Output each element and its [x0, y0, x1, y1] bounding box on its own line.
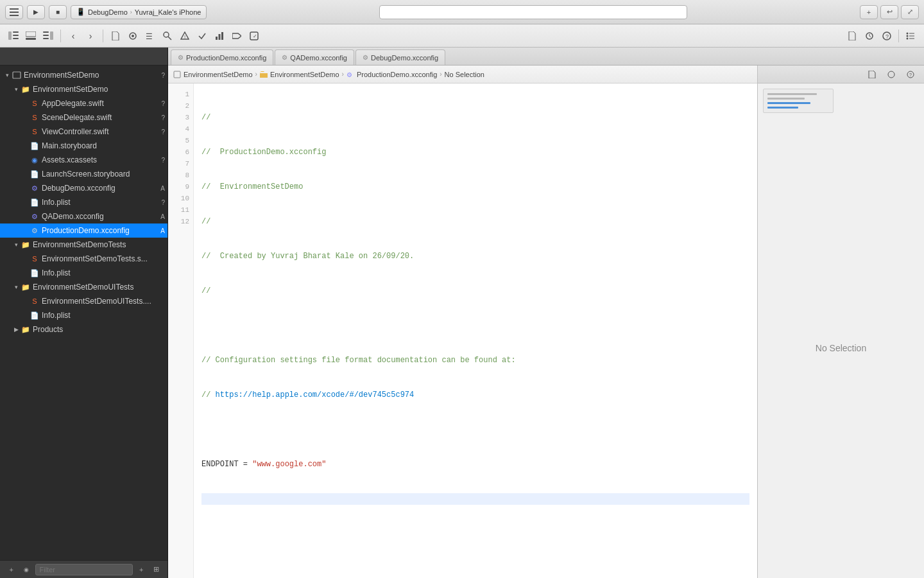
tree-item-debugdemo[interactable]: ▸ ⚙ DebugDemo.xcconfig A — [0, 181, 167, 195]
line-num-2: 2 — [168, 100, 193, 112]
breadcrumb-file[interactable]: ProductionDemo.xcconfig — [357, 71, 437, 78]
tree-item-viewcontroller[interactable]: ▸ S ViewController.swift ? — [0, 125, 167, 139]
breadcrumb-selection[interactable]: No Selection — [445, 71, 484, 78]
source-control-button[interactable] — [124, 28, 141, 44]
badge: ? — [161, 157, 165, 164]
filter-mode-button[interactable]: ◉ — [20, 564, 32, 575]
tree-item-qademo[interactable]: ▸ ⚙ QADemo.xcconfig A — [0, 209, 167, 223]
add-filter-button[interactable]: + — [135, 564, 148, 575]
filter-options-button[interactable]: ⊞ — [150, 564, 162, 575]
tree-item-infoplist-3[interactable]: ▸ 📄 Info.plist — [0, 308, 167, 322]
tree-item-products[interactable]: ▶ 📁 Products — [0, 322, 167, 337]
code-editor[interactable]: 1 2 3 4 5 6 7 8 9 10 11 12 // — [168, 83, 757, 578]
tab-label: ProductionDemo.xcconfig — [186, 54, 266, 62]
find-navigator-button[interactable] — [159, 28, 176, 44]
symbol-navigator-button[interactable]: ☰ — [142, 28, 158, 44]
tree-item-tests-swift[interactable]: ▸ S EnvironmentSetDemoTests.s... — [0, 252, 167, 266]
nav-arrows-group: ‹ › — [65, 28, 99, 44]
add-file-button[interactable]: + — [5, 564, 17, 575]
tree-item-infoplist-2[interactable]: ▸ 📄 Info.plist — [0, 266, 167, 280]
inspector-file-button[interactable] — [864, 66, 880, 83]
plist-file-icon: 📄 — [30, 197, 40, 207]
nav-forward-button[interactable]: › — [82, 28, 99, 44]
tree-item-scenedelegate[interactable]: ▸ S SceneDelegate.swift ? — [0, 110, 167, 125]
code-line-4: // — [201, 216, 749, 227]
toolbar-sep-3 — [898, 30, 899, 42]
toggle-icon: ▾ — [12, 240, 21, 249]
project-label: EnvironmentSetDemo — [24, 71, 99, 80]
scheme-name: DebugDemo — [88, 8, 128, 16]
tree-item-productiondemo[interactable]: ▸ ⚙ ProductionDemo.xcconfig A — [0, 223, 167, 238]
line-num-7: 7 — [168, 158, 193, 170]
search-input[interactable] — [379, 5, 687, 19]
filter-input[interactable] — [35, 564, 133, 575]
breakpoint-navigator-button[interactable] — [228, 28, 245, 44]
inspector-help-button[interactable]: ? — [902, 66, 919, 83]
history-inspector-button[interactable] — [861, 28, 878, 44]
tree-item-project[interactable]: ▾ EnvironmentSetDemo ? — [0, 68, 167, 82]
stop-button[interactable]: ■ — [49, 5, 67, 19]
tab-debugdemo[interactable]: ⚙ DebugDemo.xcconfig — [355, 49, 445, 65]
tabs-bar: ⚙ ProductionDemo.xcconfig ⚙ QADemo.xccon… — [168, 48, 924, 66]
breadcrumb-sep-3: › — [440, 71, 441, 78]
svg-point-16 — [164, 32, 169, 37]
title-bar: ▶ ■ 📱 DebugDemo › Yuvraj_Kale's iPhone +… — [0, 0, 924, 24]
file-navigator-button[interactable] — [107, 28, 124, 44]
debug-navigator-button[interactable] — [211, 28, 228, 44]
sidebar: ▾ EnvironmentSetDemo ? ▾ 📁 EnvironmentSe… — [0, 48, 168, 578]
svg-point-36 — [888, 71, 894, 78]
toolbar-sep-2 — [103, 30, 103, 42]
navigator-items-group: ☰ ! ✓ — [107, 28, 262, 44]
badge: ? — [161, 199, 165, 206]
run-button[interactable]: ▶ — [27, 5, 45, 19]
tree-item-tests-group[interactable]: ▾ 📁 EnvironmentSetDemoTests — [0, 238, 167, 252]
nav-back-button[interactable]: ‹ — [65, 28, 81, 44]
svg-point-29 — [907, 35, 909, 37]
add-button[interactable]: + — [860, 5, 878, 19]
help-inspector-button[interactable]: ? — [878, 28, 895, 44]
inspector-toolbar: ? — [758, 66, 924, 83]
sidebar-toolbar — [0, 48, 167, 66]
breadcrumb-project[interactable]: EnvironmentSetDemo — [184, 71, 253, 78]
code-line-7 — [201, 320, 749, 331]
tree-item-group[interactable]: ▾ 📁 EnvironmentSetDemo — [0, 82, 167, 96]
line-num-5: 5 — [168, 135, 193, 146]
code-line-5: // Created by Yuvraj Bharat Kale on 26/0… — [201, 250, 749, 262]
swift-file-icon: S — [30, 98, 40, 109]
sidebar-toggle-button[interactable] — [5, 5, 23, 19]
file-label: Info.plist — [42, 198, 71, 207]
inspector-toggle-button[interactable] — [40, 28, 56, 44]
tree-item-assets[interactable]: ▸ ◉ Assets.xcassets ? — [0, 153, 167, 167]
inspector-preview — [758, 83, 924, 118]
navigator-toggle-button[interactable] — [5, 28, 22, 44]
plist-file-icon: 📄 — [30, 310, 40, 320]
fullscreen-button[interactable]: ⤢ — [901, 5, 919, 19]
breadcrumb-folder[interactable]: EnvironmentSetDemo — [270, 71, 339, 78]
svg-rect-9 — [50, 31, 53, 40]
return-button[interactable]: ↩ — [880, 5, 898, 19]
folder-icon: 📁 — [21, 324, 31, 335]
svg-rect-8 — [26, 38, 36, 40]
tree-item-appdelegate[interactable]: ▸ S AppDelegate.swift ? — [0, 96, 167, 110]
scheme-selector[interactable]: 📱 DebugDemo › Yuvraj_Kale's iPhone — [71, 5, 207, 19]
issue-navigator-button[interactable]: ! — [176, 28, 193, 44]
file-inspector-button[interactable] — [844, 28, 860, 44]
debug-panel-toggle-button[interactable] — [22, 28, 39, 44]
breadcrumb-sep-2: › — [342, 71, 344, 78]
svg-text:☰: ☰ — [146, 32, 153, 40]
inspector-history-button[interactable] — [883, 66, 900, 83]
test-navigator-button[interactable] — [194, 28, 210, 44]
tree-item-mainstoryboard[interactable]: ▸ 📄 Main.storyboard — [0, 139, 167, 153]
code-url[interactable]: https://help.apple.com/xcode/#/dev745c5c… — [216, 389, 415, 401]
tab-productiondemo[interactable]: ⚙ ProductionDemo.xcconfig — [171, 49, 273, 65]
attributes-inspector-button[interactable] — [902, 28, 919, 44]
tree-item-uitests-swift[interactable]: ▸ S EnvironmentSetDemoUITests.... — [0, 294, 167, 308]
svg-point-31 — [907, 37, 909, 39]
tree-item-launchscreen[interactable]: ▸ 📄 LaunchScreen.storyboard — [0, 167, 167, 181]
line-numbers: 1 2 3 4 5 6 7 8 9 10 11 12 — [168, 83, 194, 578]
tree-item-uitests-group[interactable]: ▾ 📁 EnvironmentSetDemoUITests — [0, 280, 167, 294]
code-content[interactable]: // // ProductionDemo.xcconfig // Environ… — [194, 83, 757, 578]
report-navigator-button[interactable]: ✓ — [246, 28, 262, 44]
tab-qademo[interactable]: ⚙ QADemo.xcconfig — [275, 49, 354, 65]
tree-item-infoplist-1[interactable]: ▸ 📄 Info.plist ? — [0, 195, 167, 209]
